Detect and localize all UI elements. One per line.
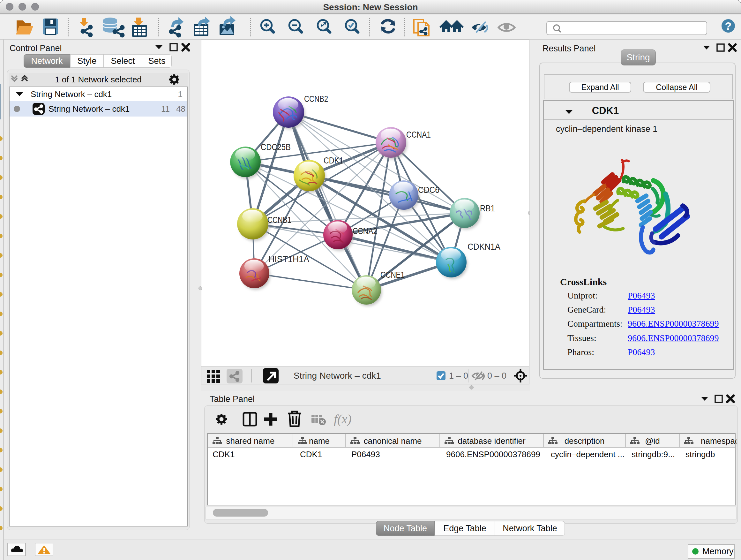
svg-text:?: ? (725, 20, 732, 32)
svg-text:CDK1: CDK1 (324, 155, 343, 165)
svg-text:CDC25B: CDC25B (261, 142, 291, 152)
svg-text:CCNA1: CCNA1 (406, 130, 431, 139)
svg-text:CCNB2: CCNB2 (304, 94, 328, 104)
svg-text:CDC6: CDC6 (418, 185, 440, 195)
svg-text:f(x): f(x) (334, 412, 352, 426)
svg-text:CCNB1: CCNB1 (267, 215, 291, 225)
svg-text:RB1: RB1 (480, 203, 495, 213)
svg-text:CCNA2: CCNA2 (353, 226, 377, 236)
svg-text:CCNE1: CCNE1 (381, 270, 405, 280)
svg-text:HIST1H1A: HIST1H1A (268, 254, 309, 264)
svg-text:CDKN1A: CDKN1A (468, 242, 500, 252)
